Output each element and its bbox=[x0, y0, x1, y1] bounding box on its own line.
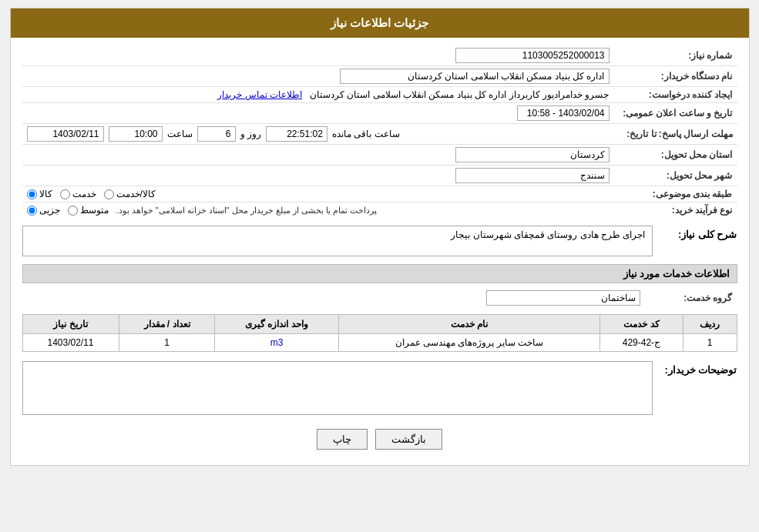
cell-service-name: ساخت سایر پروژه‌های مهندسی عمران bbox=[338, 334, 600, 352]
time-label: ساعت bbox=[167, 129, 193, 139]
tender-number-label: شماره نیاز: bbox=[614, 45, 737, 66]
cell-unit: m3 bbox=[215, 334, 338, 352]
org-name-value: اداره کل بنیاد مسکن انقلاب اسلامی استان … bbox=[22, 66, 614, 87]
buyer-notes-label: توضیحات خریدار: bbox=[660, 361, 737, 376]
province-label: استان محل تحویل: bbox=[614, 145, 737, 166]
org-name-display: اداره کل بنیاد مسکن انقلاب اسلامی استان … bbox=[340, 69, 610, 84]
cell-date: 1403/02/11 bbox=[22, 334, 119, 352]
buyer-notes-container bbox=[22, 361, 653, 417]
category-row: طبقه بندی موضوعی: کالا/خدمت خدمت کالا bbox=[22, 186, 737, 202]
city-row: شهر محل تحویل: سنندج bbox=[22, 166, 737, 186]
city-display: سنندج bbox=[455, 168, 610, 183]
category-radio-group: کالا/خدمت خدمت کالا bbox=[27, 189, 610, 199]
province-value: کردستان bbox=[22, 145, 614, 166]
day-display: 6 bbox=[197, 126, 236, 142]
info-table: شماره نیاز: 1103005252000013 نام دستگاه … bbox=[22, 45, 737, 218]
category-kala-khidmat[interactable]: کالا/خدمت bbox=[104, 189, 156, 199]
page-container: جزئیات اطلاعات نیاز شماره نیاز: 11030052… bbox=[10, 8, 750, 466]
cell-service-code: ج-42-429 bbox=[600, 334, 683, 352]
table-row: 1 ج-42-429 ساخت سایر پروژه‌های مهندسی عم… bbox=[22, 334, 737, 352]
category-options: کالا/خدمت خدمت کالا bbox=[22, 186, 614, 202]
requester-label: ایجاد کننده درخواست: bbox=[614, 87, 737, 103]
col-service-name: نام خدمت bbox=[338, 315, 600, 334]
services-section-title: اطلاعات خدمات مورد نیاز bbox=[22, 264, 737, 283]
motavasset-label: متوسط bbox=[80, 205, 109, 216]
header-title: جزئیات اطلاعات نیاز bbox=[331, 16, 428, 29]
cell-row-num: 1 bbox=[683, 334, 737, 352]
footer-buttons: بازگشت چاپ bbox=[22, 429, 737, 450]
service-group-label: گروه خدمت: bbox=[645, 288, 737, 308]
service-group-value: ساختمان bbox=[22, 288, 645, 308]
col-row-num: ردیف bbox=[683, 315, 737, 334]
tender-number-display: 1103005252000013 bbox=[455, 48, 610, 63]
purchase-radio-motavasset[interactable] bbox=[68, 206, 78, 216]
requester-text: جسرو خدامرادیور کاربرداز اداره کل بنیاد … bbox=[310, 89, 609, 100]
category-radio-kala[interactable] bbox=[27, 189, 37, 199]
description-value: اجرای طرح هادی روستای قمچقای شهرستان بیج… bbox=[22, 226, 653, 256]
deadline-value: ساعت باقی مانده 22:51:02 روز و 6 ساعت 10… bbox=[22, 124, 614, 145]
city-label: شهر محل تحویل: bbox=[614, 166, 737, 186]
purchase-radio-group: پرداخت تمام یا بخشی از مبلغ خریدار محل "… bbox=[27, 205, 610, 216]
province-row: استان محل تحویل: کردستان bbox=[22, 145, 737, 166]
description-text: اجرای طرح هادی روستای قمچقای شهرستان بیج… bbox=[451, 229, 645, 240]
purchase-jozii[interactable]: جزیی bbox=[27, 205, 60, 216]
requester-contact-link[interactable]: اطلاعات تماس خریدار bbox=[217, 89, 302, 100]
description-section: شرح کلی نیاز: اجرای طرح هادی روستای قمچق… bbox=[22, 226, 737, 256]
page-header: جزئیات اطلاعات نیاز bbox=[11, 8, 749, 38]
deadline-inner-row: ساعت باقی مانده 22:51:02 روز و 6 ساعت 10… bbox=[27, 126, 610, 142]
buyer-notes-section: توضیحات خریدار: bbox=[22, 361, 737, 417]
kala-label: کالا bbox=[39, 189, 52, 199]
col-quantity: تعداد / مقدار bbox=[119, 315, 215, 334]
buyer-notes-textarea[interactable] bbox=[22, 361, 653, 415]
time-display: 10:00 bbox=[109, 126, 163, 142]
col-service-code: کد خدمت bbox=[600, 315, 683, 334]
services-table: ردیف کد خدمت نام خدمت واحد اندازه گیری ت… bbox=[22, 314, 737, 352]
tender-number-row: شماره نیاز: 1103005252000013 bbox=[22, 45, 737, 66]
purchase-motavasset[interactable]: متوسط bbox=[68, 205, 109, 216]
khidmat-label: خدمت bbox=[72, 189, 96, 199]
province-display: کردستان bbox=[455, 147, 610, 162]
org-name-row: نام دستگاه خریدار: اداره کل بنیاد مسکن ا… bbox=[22, 66, 737, 87]
deadline-label: مهلت ارسال پاسخ: تا تاریخ: bbox=[614, 124, 737, 145]
service-group-row: گروه خدمت: ساختمان bbox=[22, 288, 737, 308]
description-label: شرح کلی نیاز: bbox=[660, 226, 737, 240]
city-value: سنندج bbox=[22, 166, 614, 186]
remaining-label: ساعت باقی مانده bbox=[332, 129, 400, 139]
category-label: طبقه بندی موضوعی: bbox=[614, 186, 737, 202]
requester-row: ایجاد کننده درخواست: جسرو خدامرادیور کار… bbox=[22, 87, 737, 103]
date-display: 1403/02/11 bbox=[27, 126, 104, 142]
category-khidmat[interactable]: خدمت bbox=[60, 189, 96, 199]
purchase-type-label: نوع فرآیند خرید: bbox=[614, 202, 737, 219]
services-table-header-row: ردیف کد خدمت نام خدمت واحد اندازه گیری ت… bbox=[22, 315, 737, 334]
announce-date-row: تاریخ و ساعت اعلان عمومی: 1403/02/04 - 1… bbox=[22, 103, 737, 124]
requester-value: جسرو خدامرادیور کاربرداز اداره کل بنیاد … bbox=[22, 87, 614, 103]
category-radio-kala-khidmat[interactable] bbox=[104, 189, 114, 199]
cell-quantity: 1 bbox=[119, 334, 215, 352]
category-kala[interactable]: کالا bbox=[27, 189, 52, 199]
deadline-row: مهلت ارسال پاسخ: تا تاریخ: ساعت باقی مان… bbox=[22, 124, 737, 145]
org-name-label: نام دستگاه خریدار: bbox=[614, 66, 737, 87]
tender-number-value: 1103005252000013 bbox=[22, 45, 614, 66]
kala-khidmat-label: کالا/خدمت bbox=[116, 189, 156, 199]
purchase-type-options: پرداخت تمام یا بخشی از مبلغ خریدار محل "… bbox=[22, 202, 614, 219]
print-button[interactable]: چاپ bbox=[317, 429, 368, 450]
category-radio-khidmat[interactable] bbox=[60, 189, 70, 199]
jozii-label: جزیی bbox=[39, 205, 60, 216]
col-date: تاریخ نیاز bbox=[22, 315, 119, 334]
announce-date-value: 1403/02/04 - 10:58 bbox=[22, 103, 614, 124]
service-group-table: گروه خدمت: ساختمان bbox=[22, 288, 737, 308]
purchase-radio-jozii[interactable] bbox=[27, 206, 37, 216]
purchase-note: پرداخت تمام یا بخشی از مبلغ خریدار محل "… bbox=[116, 206, 378, 216]
day-label: روز و bbox=[240, 129, 261, 139]
announce-date-label: تاریخ و ساعت اعلان عمومی: bbox=[614, 103, 737, 124]
col-unit: واحد اندازه گیری bbox=[215, 315, 338, 334]
back-button[interactable]: بازگشت bbox=[375, 429, 442, 450]
purchase-type-row: نوع فرآیند خرید: پرداخت تمام یا بخشی از … bbox=[22, 202, 737, 219]
content-area: شماره نیاز: 1103005252000013 نام دستگاه … bbox=[11, 38, 749, 465]
remaining-display: 22:51:02 bbox=[266, 126, 327, 142]
service-group-display: ساختمان bbox=[486, 290, 640, 306]
announce-date-display: 1403/02/04 - 10:58 bbox=[517, 105, 610, 121]
